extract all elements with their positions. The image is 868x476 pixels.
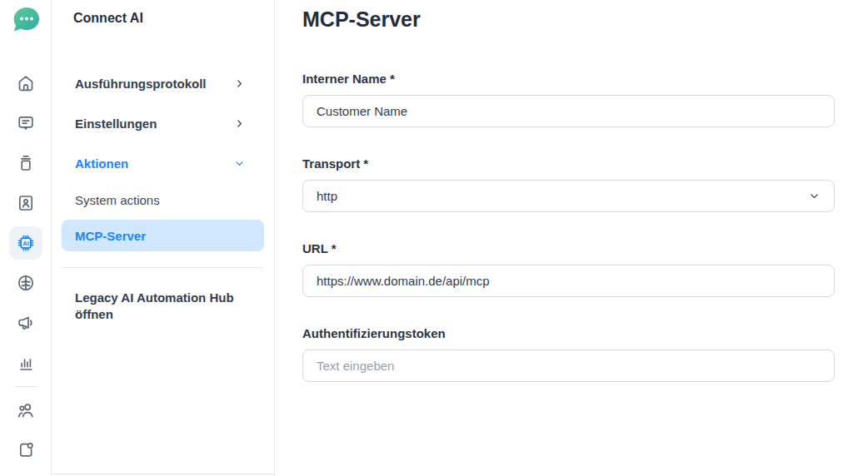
app-window: AI xyxy=(0,0,868,476)
icon-rail: AI xyxy=(0,0,52,476)
nav-item-label: Aktionen xyxy=(75,156,128,171)
nav-subitem-label: System actions xyxy=(75,193,160,207)
nav-item-label: Ausführungsprotokoll xyxy=(75,77,207,91)
form-group-internal-name: Interner Name * xyxy=(302,72,835,127)
main-content: MCP-Server Interner Name * Transport * h… xyxy=(275,0,868,476)
rail-item-home[interactable] xyxy=(6,63,46,103)
rail-items: AI xyxy=(6,63,46,470)
transport-label: Transport * xyxy=(302,157,835,171)
rail-item-brain[interactable] xyxy=(6,263,46,303)
nav-subitem-system-actions[interactable]: System actions xyxy=(52,183,274,216)
transport-selected-value: http xyxy=(317,189,337,203)
rail-item-logout[interactable] xyxy=(6,430,46,470)
sidebar: Connect AI Ausführungsprotokoll Einstell… xyxy=(52,0,275,476)
sidebar-nav: Ausführungsprotokoll Einstellungen Aktio… xyxy=(52,63,274,323)
url-label: URL * xyxy=(302,242,835,255)
auth-token-input[interactable] xyxy=(302,350,835,382)
nav-item-label: Einstellungen xyxy=(75,117,157,131)
form-group-url: URL * xyxy=(302,242,835,297)
bar-chart-icon xyxy=(16,353,36,373)
home-icon xyxy=(16,73,36,93)
nav-subitem-mcp-server[interactable]: MCP-Server xyxy=(62,220,264,251)
nav-item-ausfuehrungsprotokoll[interactable]: Ausführungsprotokoll xyxy=(52,63,274,103)
chevron-down-icon xyxy=(808,190,821,202)
ai-chip-icon: AI xyxy=(16,233,36,253)
nav-subitem-label: MCP-Server xyxy=(75,229,146,243)
contacts-icon xyxy=(16,193,36,213)
rail-item-ai-actions[interactable]: AI xyxy=(6,223,46,263)
rail-item-archive[interactable] xyxy=(6,143,46,183)
brain-icon xyxy=(16,273,36,293)
chevron-down-icon xyxy=(234,158,245,169)
url-input[interactable] xyxy=(302,265,835,297)
rail-item-analytics[interactable] xyxy=(6,343,46,383)
auth-token-label: Authentifizierungstoken xyxy=(302,327,835,340)
internal-name-label: Interner Name * xyxy=(302,72,835,86)
rail-item-chat[interactable] xyxy=(6,103,46,143)
transport-select[interactable]: http xyxy=(302,180,835,212)
rail-item-announcements[interactable] xyxy=(6,303,46,343)
page-title: MCP-Server xyxy=(302,5,835,33)
sidebar-title: Connect AI xyxy=(52,0,274,25)
chevron-right-icon xyxy=(234,118,245,129)
archive-icon xyxy=(16,153,36,173)
logout-icon xyxy=(16,440,36,460)
active-tile: AI xyxy=(9,226,42,260)
legacy-hub-link[interactable]: Legacy AI Automation Hub öffnen xyxy=(52,290,274,323)
chat-bubble-logo-icon xyxy=(11,5,41,35)
nav-item-aktionen[interactable]: Aktionen xyxy=(52,143,274,183)
rail-item-contacts[interactable] xyxy=(6,183,46,223)
brand-logo[interactable] xyxy=(11,5,41,35)
rail-divider xyxy=(15,386,37,387)
users-icon xyxy=(16,400,36,420)
form-group-auth-token: Authentifizierungstoken xyxy=(302,327,835,382)
rail-item-users[interactable] xyxy=(6,390,46,430)
chat-icon xyxy=(16,113,36,133)
chevron-right-icon xyxy=(234,78,245,89)
mcp-server-form: Interner Name * Transport * http URL * A… xyxy=(302,72,835,382)
svg-text:AI: AI xyxy=(22,240,28,247)
sidebar-bottom-border xyxy=(52,474,274,474)
sidebar-divider xyxy=(62,267,263,268)
form-group-transport: Transport * http xyxy=(302,157,835,212)
nav-item-einstellungen[interactable]: Einstellungen xyxy=(52,103,274,143)
megaphone-icon xyxy=(16,313,36,333)
internal-name-input[interactable] xyxy=(302,95,835,127)
